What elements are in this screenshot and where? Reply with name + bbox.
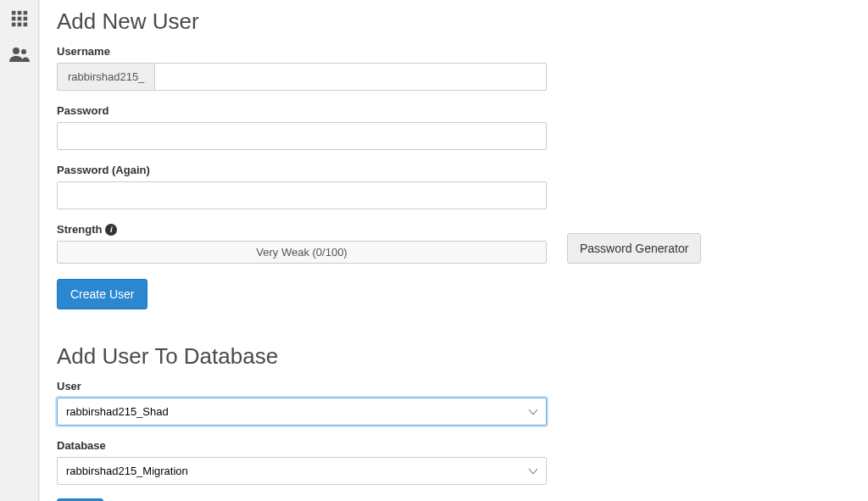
svg-rect-6 [11,23,15,27]
database-select[interactable]: rabbirshad215_Migration [57,457,547,485]
users-icon[interactable] [8,42,31,66]
svg-rect-0 [11,11,15,15]
username-label: Username [57,45,851,58]
svg-rect-1 [17,11,21,15]
sidebar [0,0,39,501]
password-label: Password [57,104,851,117]
username-prefix: rabbirshad215_ [57,63,154,91]
main-content: Add New User Username rabbirshad215_ Pas… [39,0,868,501]
database-select-label: Database [57,439,851,452]
add-to-db-heading: Add User To Database [57,343,851,370]
add-user-heading: Add New User [57,8,851,35]
svg-point-10 [21,49,26,54]
password-generator-button[interactable]: Password Generator [567,233,701,264]
password-again-label: Password (Again) [57,164,851,176]
strength-indicator: Very Weak (0/100) [57,241,547,264]
svg-rect-8 [23,23,27,27]
strength-label: Strength [57,223,102,236]
apps-icon[interactable] [8,7,31,31]
username-input-group: rabbirshad215_ [57,63,547,91]
svg-rect-3 [11,17,15,21]
password-input[interactable] [57,122,547,150]
svg-rect-2 [23,11,27,15]
user-select[interactable]: rabbirshad215_Shad [57,398,547,426]
info-icon[interactable]: i [105,224,117,236]
svg-rect-5 [23,17,27,21]
create-user-button[interactable]: Create User [57,279,147,309]
svg-rect-4 [17,17,21,21]
svg-rect-7 [17,23,21,27]
password-again-input[interactable] [57,181,547,209]
svg-point-9 [13,47,19,54]
username-input[interactable] [154,63,547,91]
user-select-label: User [57,380,851,392]
